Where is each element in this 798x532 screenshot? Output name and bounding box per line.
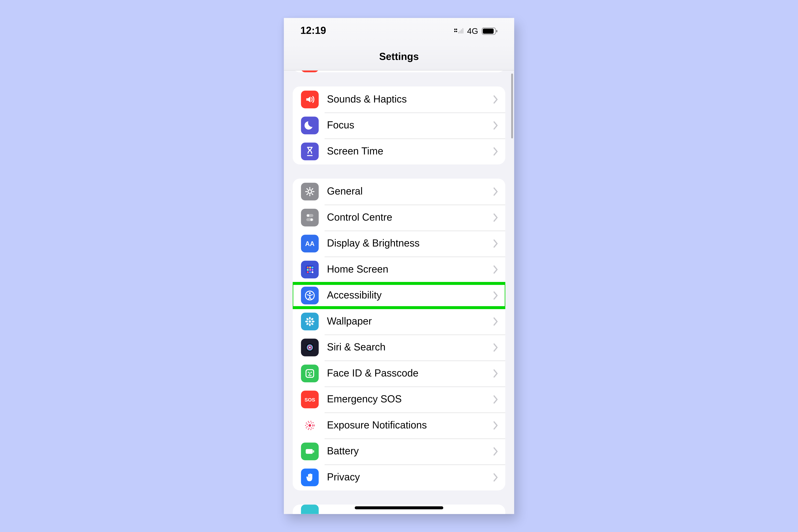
chevron-right-icon (494, 395, 498, 404)
chevron-right-icon (494, 121, 498, 130)
row-general[interactable]: General (293, 178, 506, 205)
row-label: Privacy (327, 471, 490, 483)
hourglass-icon (301, 142, 319, 160)
row-label: Control Centre (327, 212, 490, 224)
row-face-id-passcode[interactable]: Face ID & Passcode (293, 361, 506, 386)
row-label: Sounds & Haptics (327, 93, 490, 106)
row-battery[interactable]: Battery (293, 438, 506, 464)
svg-point-3 (456, 31, 457, 32)
scroll-indicator (511, 73, 513, 138)
row-label: Display & Brightness (327, 238, 490, 249)
chevron-right-icon (494, 473, 498, 482)
page-title: Settings (379, 51, 419, 63)
faceid-icon (301, 365, 319, 382)
moon-icon (301, 117, 319, 134)
row-screen-time[interactable]: Screen Time (293, 138, 506, 165)
nav-header: Settings (284, 44, 514, 71)
row-label: Emergency SOS (327, 394, 490, 405)
row-label: Face ID & Passcode (327, 367, 490, 380)
row-siri-search[interactable]: Siri & Search (293, 335, 506, 361)
row-label: Focus (327, 119, 490, 131)
battery-icon (482, 27, 498, 35)
chevron-right-icon (494, 421, 498, 430)
accessibility-icon (301, 287, 319, 304)
chevron-right-icon (494, 291, 498, 300)
chevron-right-icon (494, 318, 498, 326)
svg-point-0 (454, 29, 456, 30)
row-control-centre[interactable]: Control Centre (293, 205, 506, 231)
svg-rect-4 (458, 32, 459, 34)
speaker-icon (301, 91, 319, 108)
chevron-right-icon (494, 343, 498, 352)
chevron-right-icon (494, 95, 498, 104)
row-focus[interactable]: Focus (293, 112, 506, 138)
row-label: Siri & Search (327, 342, 490, 354)
svg-point-1 (456, 29, 457, 30)
row-label: Screen Time (327, 146, 490, 157)
svg-rect-7 (463, 28, 463, 34)
svg-rect-9 (483, 28, 494, 33)
row-label: Battery (327, 445, 490, 457)
blank-teal-icon (301, 505, 319, 514)
switches-icon (301, 209, 319, 226)
row-label: Home Screen (327, 264, 490, 276)
battery-icon (301, 443, 319, 460)
chevron-right-icon (494, 447, 498, 456)
settings-group: GeneralControl CentreDisplay & Brightnes… (293, 178, 506, 490)
settings-group: Sounds & HapticsFocusScreen Time (293, 87, 506, 165)
row-label: Accessibility (327, 290, 490, 302)
status-time: 12:19 (300, 25, 326, 37)
row-display-brightness[interactable]: Display & Brightness (293, 230, 506, 256)
phone-frame: 12:19 4G (284, 18, 514, 514)
status-right-cluster: 4G (454, 26, 498, 36)
home-indicator[interactable] (355, 506, 443, 509)
row-label: General (327, 186, 490, 197)
gear-icon (301, 183, 319, 201)
siri-icon (301, 339, 319, 357)
row-emergency-sos[interactable]: Emergency SOS (293, 386, 506, 413)
chevron-right-icon (494, 187, 498, 196)
svg-rect-6 (461, 29, 462, 34)
aa-icon (301, 235, 319, 252)
row-label: Exposure Notifications (327, 419, 490, 432)
chevron-right-icon (494, 213, 498, 222)
sos-icon (301, 391, 319, 408)
chevron-right-icon (494, 265, 498, 274)
row-privacy[interactable]: Privacy (293, 464, 506, 491)
grid-icon (301, 261, 319, 279)
dual-sim-signal-icon (454, 27, 463, 35)
chevron-right-icon (494, 240, 498, 248)
row-home-screen[interactable]: Home Screen (293, 256, 506, 283)
hand-icon (301, 469, 319, 486)
exposure-icon (301, 417, 319, 434)
row-sounds-haptics[interactable]: Sounds & Haptics (293, 87, 506, 113)
chevron-right-icon (494, 369, 498, 378)
settings-scroll[interactable]: Sounds & HapticsFocusScreen TimeGeneralC… (284, 70, 514, 514)
row-exposure-notifications[interactable]: Exposure Notifications (293, 413, 506, 439)
flower-icon (301, 312, 319, 330)
status-bar: 12:19 4G (284, 18, 514, 44)
row-accessibility[interactable]: Accessibility (293, 283, 506, 308)
svg-rect-10 (496, 30, 497, 32)
row-wallpaper[interactable]: Wallpaper (293, 308, 506, 335)
svg-rect-5 (460, 31, 461, 34)
svg-point-2 (454, 31, 456, 32)
network-label: 4G (467, 26, 478, 36)
row-label: Wallpaper (327, 316, 490, 327)
chevron-right-icon (494, 147, 498, 156)
